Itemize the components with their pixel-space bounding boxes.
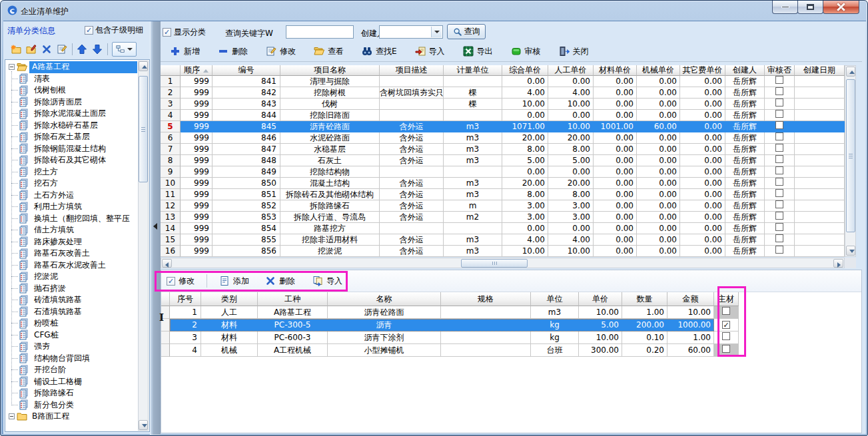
tree-item[interactable]: 换填土（翻挖回填、整平压	[6, 213, 137, 225]
cell-price-material[interactable]: 0.00	[594, 132, 637, 144]
cell-unit[interactable]: m3	[444, 246, 502, 257]
scrollbar-thumb[interactable]	[846, 79, 855, 232]
cell-price-total[interactable]: 4.00	[502, 87, 548, 99]
cell-audit[interactable]	[765, 144, 795, 155]
cell-audit[interactable]	[765, 189, 795, 200]
cell-price-material[interactable]: 0.00	[594, 246, 637, 257]
cell-index[interactable]: 3	[170, 331, 201, 344]
cell-price-material[interactable]: 0.00	[594, 212, 637, 223]
table-row[interactable]: 16 999 856 挖淤泥 含外运 m3 10.00 10.00 0.00 0…	[161, 246, 845, 257]
edit-category-folder-icon[interactable]	[26, 44, 37, 55]
tree-item[interactable]: 新分包分类	[6, 399, 137, 411]
column-header[interactable]: 编号	[213, 65, 280, 76]
cell-price-material[interactable]: 0.00	[594, 87, 637, 99]
cell-seq[interactable]: 999	[181, 212, 213, 223]
cell-name[interactable]: 沥青砼路面	[328, 306, 441, 319]
cell-price-labor[interactable]: 20.00	[548, 178, 594, 189]
cell-unit[interactable]: m3	[444, 132, 502, 144]
cell-price-material[interactable]: 0.00	[594, 234, 637, 246]
column-header[interactable]: 其它费单价	[680, 65, 725, 76]
cell-worktype[interactable]: PC-600-3	[258, 331, 328, 344]
cell-code[interactable]: 850	[213, 178, 280, 189]
scroll-right-button[interactable]	[833, 259, 843, 268]
cell-creator[interactable]: 岳所辉	[725, 144, 765, 155]
cell-price-other[interactable]: 0.00	[680, 121, 725, 132]
cell-code[interactable]: 845	[213, 121, 280, 132]
cell-price-machine[interactable]: 0.00	[637, 166, 680, 178]
cell-unit[interactable]	[444, 76, 502, 87]
cell-name[interactable]: 沥青	[328, 319, 441, 331]
maximize-button[interactable]	[797, 1, 823, 14]
cell-price-other[interactable]: 0.00	[680, 110, 725, 121]
tree-item[interactable]: 路床掺灰处理	[6, 236, 137, 248]
cell-name[interactable]: 伐树	[280, 99, 380, 110]
tree-item[interactable]: 强夯	[6, 341, 137, 353]
cell-code[interactable]: 851	[213, 189, 280, 200]
cell-date[interactable]	[795, 110, 845, 121]
close-form-button[interactable]: 关闭	[559, 46, 589, 57]
cell-desc[interactable]	[380, 166, 444, 178]
cell-seq[interactable]: 999	[181, 99, 213, 110]
tree-item[interactable]: 拆除水稳碎石基层	[6, 120, 137, 132]
cell-price-other[interactable]: 0.00	[680, 144, 725, 155]
cell-price-labor[interactable]: 20.00	[548, 132, 594, 144]
column-header[interactable]: 材料单价	[594, 65, 637, 76]
cell-price-other[interactable]: 0.00	[680, 155, 725, 166]
cell-price-total[interactable]: 0.00	[502, 223, 548, 234]
cell-unit[interactable]: 棵	[444, 87, 502, 99]
cell-desc[interactable]: 含外运	[380, 212, 444, 223]
cell-price-machine[interactable]: 0.00	[637, 200, 680, 212]
cell-price-machine[interactable]: 0.00	[637, 110, 680, 121]
cell-price-labor[interactable]: 0.00	[548, 223, 594, 234]
move-up-icon[interactable]	[77, 44, 87, 55]
cell-category[interactable]: 材料	[201, 319, 258, 331]
cell-unit[interactable]: m3	[444, 189, 502, 200]
cell-price-other[interactable]: 0.00	[680, 76, 725, 87]
column-header[interactable]: 工种	[258, 292, 328, 306]
scrollbar-thumb[interactable]	[139, 76, 148, 182]
cell-desc[interactable]: 含外运	[380, 144, 444, 155]
export-button[interactable]: 导出	[463, 46, 493, 57]
cell-date[interactable]	[795, 144, 845, 155]
cell-price-total[interactable]: 10.00	[502, 99, 548, 110]
cell-date[interactable]	[795, 246, 845, 257]
cell-qty[interactable]: 0.20	[622, 344, 667, 357]
cell-price-machine[interactable]: 0.00	[637, 132, 680, 144]
tree-item[interactable]: 路基石灰改善土	[6, 248, 137, 260]
cell-desc[interactable]: 含外运	[380, 189, 444, 200]
row-number-cell[interactable]: 6	[161, 132, 181, 144]
show-category-checkbox[interactable]	[163, 28, 171, 37]
cell-creator[interactable]: 岳所辉	[725, 121, 765, 132]
cell-spec[interactable]	[441, 331, 531, 344]
cell-price-other[interactable]: 0.00	[680, 246, 725, 257]
cell-price-total[interactable]: 0.00	[502, 110, 548, 121]
cell-index[interactable]: 4	[170, 344, 201, 357]
cell-amount[interactable]: 1000.00	[667, 319, 714, 331]
cell-audit[interactable]	[765, 121, 795, 132]
detail-delete-button[interactable]: 删除	[265, 276, 295, 287]
cell-name[interactable]: 混凝土结构	[280, 178, 380, 189]
cell-seq[interactable]: 999	[181, 87, 213, 99]
cell-unit[interactable]: m3	[444, 144, 502, 155]
cell-seq[interactable]: 999	[181, 144, 213, 155]
cell-desc[interactable]: 含外运	[380, 234, 444, 246]
tree-item[interactable]: 砖渣填筑路基	[6, 294, 137, 306]
cell-price-total[interactable]: 1071.00	[502, 121, 548, 132]
cell-desc[interactable]: 含外运	[380, 200, 444, 212]
column-header[interactable]: 综合单价	[502, 65, 548, 76]
row-selector-cell[interactable]	[161, 331, 170, 344]
tree-view-dropdown-button[interactable]	[112, 42, 137, 57]
row-number-cell[interactable]: 12	[161, 200, 181, 212]
row-number-cell[interactable]: 13	[161, 212, 181, 223]
row-number-cell[interactable]: 9	[161, 166, 181, 178]
cell-price-labor[interactable]: 4.00	[548, 87, 594, 99]
cell-main-material[interactable]	[714, 331, 739, 344]
cell-price-labor[interactable]: 5.00	[548, 155, 594, 166]
cell-code[interactable]: 853	[213, 212, 280, 223]
audit-checkbox[interactable]	[775, 246, 783, 254]
cell-unit[interactable]: kg	[531, 319, 579, 331]
cell-price[interactable]: 10.00	[579, 306, 622, 319]
detail-row[interactable]: 3 材料 PC-600-3 沥青下涂剂 kg 10.00 0.10 1.00	[161, 331, 739, 344]
tree-item[interactable]: 拆除路缘石	[6, 387, 137, 399]
table-row[interactable]: 3 999 843 伐树 棵 10.00 10.00 0.00 0.00 0.0…	[161, 99, 845, 110]
